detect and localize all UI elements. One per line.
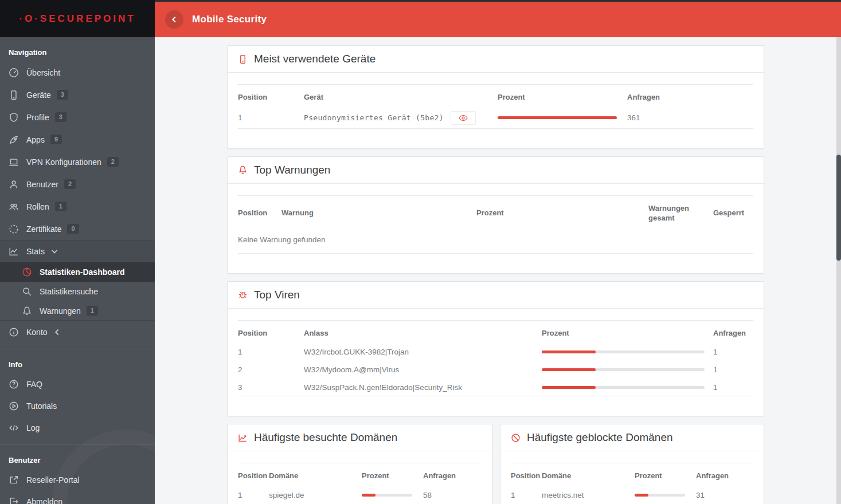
- card-blocked-domains: Häufigste geblockte Domänen Position Dom…: [500, 424, 764, 504]
- sidebar-item-label: Statistikensuche: [40, 287, 98, 296]
- sidebar-item-statistikensuche[interactable]: Statistikensuche: [0, 282, 155, 301]
- question-icon: [9, 379, 19, 389]
- sidebar-item-label: Benutzer: [26, 180, 58, 189]
- scrollbar-thumb[interactable]: [836, 155, 841, 261]
- sidebar-item-label: Stats: [26, 247, 45, 256]
- page-header: Mobile Security: [155, 2, 841, 37]
- nav-section-title: Benutzer: [0, 452, 155, 469]
- sidebar-item-reseller-portal[interactable]: Reseller-Portal: [0, 469, 155, 491]
- sidebar-item-apps[interactable]: Apps 9: [0, 128, 155, 151]
- table-row: 1 W32/Ircbot.GUKK-3982|Trojan 1: [238, 343, 753, 361]
- nav-section-title: Navigation: [0, 45, 155, 61]
- mobile-icon: [238, 54, 248, 64]
- column-header: Domäne: [269, 471, 362, 481]
- column-header: Warnungen gesamt: [648, 203, 713, 223]
- nav-section-benutzer: Benutzer Reseller-Portal Abmelden: [0, 445, 155, 504]
- scrollbar-track[interactable]: [836, 37, 841, 504]
- percent-bar: [498, 116, 617, 119]
- bell-icon: [22, 306, 32, 316]
- sidebar-item-label: Übersicht: [26, 68, 60, 77]
- chevron-left-icon: [170, 15, 178, 23]
- sidebar-item-label: Reseller-Portal: [26, 475, 80, 485]
- sidebar-item-konto[interactable]: Konto: [0, 321, 155, 343]
- column-header: Anfragen: [713, 328, 754, 338]
- ban-icon: [511, 433, 521, 443]
- cell-requests: 31: [696, 491, 753, 499]
- cell-position: 3: [238, 383, 304, 392]
- cell-requests: 361: [627, 113, 753, 122]
- count-badge: 3: [55, 112, 67, 122]
- info-icon: [9, 327, 19, 337]
- pie-chart-icon: [22, 267, 32, 277]
- logo[interactable]: ·O·SECUREPOINT: [0, 0, 155, 37]
- sidebar: ·O·SECUREPOINT Navigation Übersicht Gerä…: [0, 0, 155, 504]
- sidebar-item-zertifikate[interactable]: Zertifikate 0: [0, 218, 155, 240]
- table-header-row: Position Domäne Prozent Anfragen: [238, 463, 482, 486]
- count-badge: 1: [87, 306, 98, 316]
- card-title-text: Top Warnungen: [254, 164, 330, 176]
- card-title-text: Top Viren: [254, 289, 300, 301]
- sidebar-item-benutzer[interactable]: Benutzer 2: [0, 173, 155, 195]
- page-title: Mobile Security: [192, 14, 267, 25]
- card-most-used-devices: Meist verwendete Geräte Position Gerät P…: [227, 45, 764, 149]
- column-header: Position: [238, 208, 281, 218]
- column-header: Warnung: [281, 208, 476, 218]
- table-row: 1 spiegel.de 58: [238, 486, 482, 504]
- column-header: Prozent: [635, 471, 696, 481]
- sidebar-item-uebersicht[interactable]: Übersicht: [0, 61, 155, 84]
- sidebar-item-label: Profile: [26, 113, 49, 122]
- bug-icon: [238, 290, 248, 300]
- nav-section-info: Info FAQ Tutorials Log: [0, 349, 155, 439]
- cell-position: 1: [238, 348, 304, 356]
- column-header: Prozent: [476, 208, 648, 218]
- logo-text: ·O·SECUREPOINT: [19, 13, 135, 25]
- gauge-icon: [9, 68, 19, 78]
- column-header: Position: [511, 471, 542, 481]
- sidebar-item-warnungen[interactable]: Warnungen 1: [0, 301, 155, 321]
- cell-position: 1: [511, 491, 542, 499]
- sidebar-item-label: Abmelden: [26, 497, 62, 504]
- sidebar-item-tutorials[interactable]: Tutorials: [0, 395, 155, 417]
- cell-position: 2: [238, 365, 304, 374]
- column-header: Position: [238, 92, 304, 103]
- back-button[interactable]: [165, 10, 183, 29]
- table-row: 1 Pseudonymisiertes Gerät (5be2) 361: [238, 108, 753, 129]
- sidebar-item-faq[interactable]: FAQ: [0, 373, 155, 395]
- sidebar-item-label: FAQ: [26, 380, 42, 389]
- column-header: Anlass: [304, 328, 542, 338]
- cell-requests: 58: [423, 491, 482, 499]
- view-device-button[interactable]: [451, 111, 476, 125]
- nav-section-navigation: Navigation Übersicht Geräte 3 Profile 3 …: [0, 37, 155, 343]
- cell-requests: 1: [713, 348, 753, 356]
- sidebar-item-label: Konto: [26, 328, 48, 337]
- card-title-text: Häufigste besuchte Domänen: [254, 431, 397, 444]
- column-header: Gerät: [304, 92, 498, 103]
- percent-bar: [635, 494, 685, 497]
- percent-bar: [542, 368, 705, 371]
- sidebar-item-profile[interactable]: Profile 3: [0, 106, 155, 128]
- sidebar-item-stats[interactable]: Stats: [0, 240, 155, 262]
- empty-state-text: Keine Warnung gefunden: [238, 229, 753, 254]
- sidebar-item-log[interactable]: Log: [0, 417, 155, 439]
- card-top-warnings: Top Warnungen Position Warnung Prozent W…: [227, 156, 764, 274]
- sidebar-item-statistiken-dashboard[interactable]: Statistiken-Dashboard: [0, 262, 155, 282]
- column-header: Position: [238, 328, 304, 338]
- card-header: Meist verwendete Geräte: [228, 46, 764, 73]
- count-badge: 2: [107, 157, 119, 167]
- certificate-icon: [9, 224, 19, 234]
- sidebar-item-label: Rollen: [26, 202, 49, 211]
- sidebar-item-vpn-konfigurationen[interactable]: VPN Konfigurationen 2: [0, 151, 155, 173]
- sidebar-item-geraete[interactable]: Geräte 3: [0, 84, 155, 106]
- column-header: Gesperrt: [713, 208, 753, 218]
- cell-requests: 1: [713, 365, 753, 374]
- sidebar-item-label: Tutorials: [26, 401, 57, 411]
- cell-position: 1: [238, 113, 304, 122]
- table-header-row: Position Anlass Prozent Anfragen: [238, 321, 753, 344]
- sidebar-item-label: Geräte: [26, 90, 51, 100]
- sidebar-item-abmelden[interactable]: Abmelden: [0, 491, 155, 504]
- cell-requests: 1: [713, 383, 753, 392]
- card-header: Top Warnungen: [228, 157, 764, 184]
- percent-bar: [542, 351, 705, 353]
- cell-virus-name: W32/Mydoom.A@mm|Virus: [304, 365, 542, 374]
- sidebar-item-rollen[interactable]: Rollen 1: [0, 195, 155, 218]
